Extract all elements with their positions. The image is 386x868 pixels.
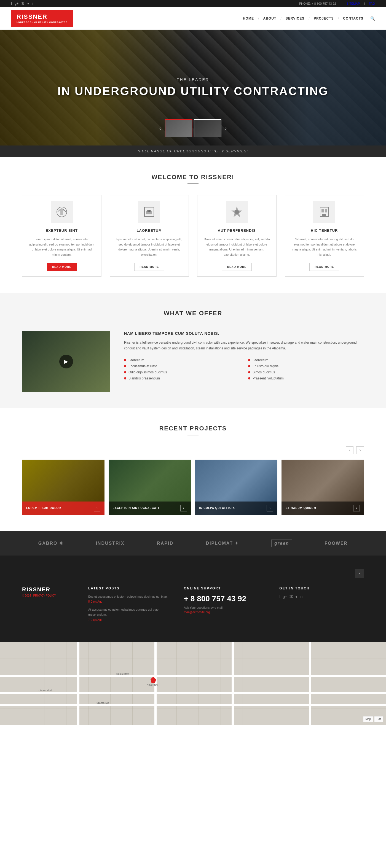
- hero-thumb-1[interactable]: [165, 119, 192, 137]
- map-btn[interactable]: Map: [363, 716, 373, 722]
- hero-thumb-2[interactable]: [194, 119, 221, 137]
- partner-green[interactable]: green: [271, 539, 292, 547]
- map-section: Empire Blvd Linden Blvd Church Ave RISSN…: [0, 642, 386, 725]
- logo[interactable]: RISSNER UNDERGROUND UTILITY CONTRACTOR: [11, 10, 73, 27]
- faq-link[interactable]: FAQ: [369, 2, 375, 5]
- projects-prev-btn[interactable]: ‹: [346, 446, 353, 454]
- footer-linkedin-icon[interactable]: in: [299, 594, 302, 599]
- svg-point-5: [235, 210, 239, 214]
- sitemap-link[interactable]: SITEMAP: [347, 2, 360, 5]
- hero-next-arrow[interactable]: ›: [223, 125, 229, 131]
- feature-icon-4: [313, 201, 335, 223]
- footer-pinterest-icon[interactable]: ♦: [295, 594, 297, 599]
- footer-logo-col: RISSNER © 2014 | PRIVACY POLICY: [22, 586, 77, 625]
- project-card-2[interactable]: EXCEPTURI SINT OCCAECATI ›: [109, 460, 191, 515]
- feature-btn-2[interactable]: READ MORE: [134, 263, 164, 271]
- map-road-h3: [0, 704, 386, 706]
- pinterest-icon-top[interactable]: ♦: [27, 2, 29, 5]
- footer-facebook-icon[interactable]: f: [279, 594, 280, 599]
- header: RISSNER UNDERGROUND UTILITY CONTRACTOR H…: [0, 7, 386, 30]
- footer-rss-icon[interactable]: ⌘: [289, 594, 293, 599]
- sat-btn[interactable]: Sat: [374, 716, 383, 722]
- main-nav: HOME / ABOUT / SERVICES / PROJECTS / CON…: [240, 16, 375, 21]
- map-label-empire: Empire Blvd: [116, 673, 129, 675]
- rss-icon-top[interactable]: ⌘: [21, 2, 25, 5]
- partner-gabro[interactable]: GABRO ❋: [38, 540, 63, 546]
- project-card-3[interactable]: IN CULPA QUI OFFICIA ›: [195, 460, 278, 515]
- logo-subtitle: UNDERGROUND UTILITY CONTRACTOR: [17, 21, 67, 24]
- feature-card-3: AUT PERFERENDIS Dolor sit amet, consecte…: [197, 195, 276, 277]
- offer-list-item-l3: Odio dignissimos ducimus: [124, 369, 240, 375]
- hero-prev-arrow[interactable]: ‹: [157, 125, 164, 131]
- offer-divider: [187, 320, 199, 320]
- feature-btn-4[interactable]: READ MORE: [309, 263, 339, 271]
- map-road-h2: [0, 692, 386, 694]
- hero-subtitle: THE LEADER: [57, 78, 328, 82]
- projects-next-btn[interactable]: ›: [356, 446, 364, 454]
- partner-foower[interactable]: FOOWER: [325, 541, 348, 546]
- feature-card-1: EXEPTEUR SINT Lorem ipsum dolor sit amet…: [22, 195, 101, 277]
- partner-industrix[interactable]: INDUSTRIX: [96, 541, 124, 546]
- offer-list-left: Laoreetum Eccusamus et lusto Odio dignis…: [124, 357, 240, 381]
- offer-video[interactable]: ▶: [22, 331, 110, 392]
- partner-diplomat[interactable]: DIPLOMAT ✦: [206, 540, 239, 546]
- footer-post-text-2: At accusamus et iustom odipsimos ducimus…: [88, 607, 173, 617]
- bullet-icon: [248, 377, 250, 379]
- offer-list-item-r3: Simos ducimus: [248, 369, 364, 375]
- offer-description: Rissner is a full service versatile unde…: [124, 340, 364, 351]
- separator2: |: [364, 2, 365, 5]
- top-bar-right: PHONE: + 8 800 757 43 92 | SITEMAP | FAQ: [298, 2, 375, 5]
- nav-contacts[interactable]: CONTACTS: [340, 17, 366, 21]
- bullet-icon: [124, 365, 126, 367]
- play-button[interactable]: ▶: [59, 354, 73, 368]
- project-arrow-2[interactable]: ›: [180, 505, 187, 512]
- social-icons-top[interactable]: f g+ ⌘ ♦ in: [11, 2, 34, 5]
- googleplus-icon-top[interactable]: g+: [14, 2, 19, 5]
- footer-email[interactable]: mail@demosite.org: [184, 610, 269, 614]
- partner-rapid[interactable]: RAPID: [157, 541, 173, 546]
- footer-post-date-2: 7 Days Ago: [88, 618, 173, 621]
- footer-email-label: Ask Your questions by e mail:: [184, 606, 269, 609]
- project-label-1: LOREM IPSUM DOLOR ›: [22, 501, 105, 515]
- feature-text-4: Sit amet, consectetur adipiscing elit, s…: [291, 237, 358, 257]
- feature-icon-3: [226, 201, 248, 223]
- back-to-top-btn[interactable]: ∧: [355, 569, 364, 578]
- map-label-linden: Linden Blvd: [38, 689, 52, 692]
- welcome-section: WELCOME TO RISSNER! EXEPTEUR SINT Lorem …: [0, 157, 386, 293]
- offer-lists: Laoreetum Eccusamus et lusto Odio dignis…: [124, 357, 364, 381]
- offer-list-item-r1: Laoreetum: [248, 357, 364, 363]
- bullet-icon: [124, 377, 126, 379]
- projects-title: RECENT PROJECTS: [22, 425, 364, 432]
- offer-subtitle: NAM LIBERO TEMPORE CUM SOLUTA NOBIS.: [124, 331, 364, 336]
- offer-section: WHAT WE OFFER ▶ NAM LIBERO TEMPORE CUM S…: [0, 293, 386, 408]
- footer-gplus-icon[interactable]: g+: [283, 594, 287, 599]
- features-grid: EXEPTEUR SINT Lorem ipsum dolor sit amet…: [22, 195, 364, 277]
- nav-home[interactable]: HOME: [240, 17, 257, 21]
- footer-social-icons: f g+ ⌘ ♦ in: [279, 594, 364, 599]
- project-title-1: LOREM IPSUM DOLOR: [26, 506, 61, 509]
- map-controls: Map Sat: [363, 716, 383, 722]
- feature-text-2: Epsum dolor sit amet, consectetur adipis…: [116, 237, 183, 257]
- project-label-2: EXCEPTURI SINT OCCAECATI ›: [109, 501, 191, 515]
- project-arrow-3[interactable]: ›: [267, 505, 273, 512]
- project-arrow-4[interactable]: ›: [353, 505, 360, 512]
- feature-btn-1[interactable]: READ MORE: [47, 263, 77, 271]
- project-card-1[interactable]: LOREM IPSUM DOLOR ›: [22, 460, 105, 515]
- linkedin-icon-top[interactable]: in: [32, 2, 34, 5]
- project-title-3: IN CULPA QUI OFFICIA: [199, 506, 235, 509]
- feature-btn-3[interactable]: READ MORE: [222, 263, 252, 271]
- facebook-icon-top[interactable]: f: [11, 2, 12, 5]
- nav-services[interactable]: SERVICES: [283, 17, 307, 21]
- nav-projects[interactable]: PROJECTS: [311, 17, 337, 21]
- separator: |: [342, 2, 343, 5]
- project-card-4[interactable]: ET HARUM QUIDEM ›: [281, 460, 364, 515]
- offer-title: WHAT WE OFFER: [22, 310, 364, 317]
- nav-about[interactable]: ABOUT: [261, 17, 279, 21]
- project-arrow-1[interactable]: ›: [94, 505, 100, 512]
- map-road-v4: [309, 642, 311, 725]
- search-icon[interactable]: 🔍: [370, 16, 375, 21]
- project-title-2: EXCEPTURI SINT OCCAECATI: [113, 506, 159, 509]
- footer-phone: + 8 800 757 43 92: [184, 594, 269, 603]
- offer-list-item-l2: Eccusamus et lusto: [124, 363, 240, 369]
- hero-thumbnails: ‹ ›: [157, 119, 229, 137]
